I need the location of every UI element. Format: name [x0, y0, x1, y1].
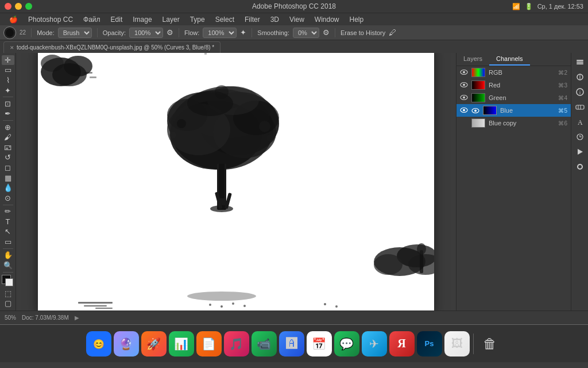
erase-history-icon[interactable]: 🖊 [389, 28, 396, 37]
brush-tool[interactable]: 🖌 [2, 133, 14, 143]
traffic-lights [5, 3, 32, 10]
crop-tool[interactable]: ⊡ [2, 99, 14, 109]
visibility-eye-red[interactable] [460, 82, 468, 89]
color-icon-btn[interactable] [573, 100, 587, 114]
dock-separator [473, 334, 474, 354]
quick-mask-button[interactable]: ⬚ [2, 289, 14, 298]
layers-icon-btn[interactable] [573, 55, 587, 69]
background-color[interactable] [5, 278, 13, 286]
smoothing-settings-icon[interactable]: ⚙ [323, 28, 330, 37]
channel-rgb[interactable]: RGB ⌘2 [457, 66, 571, 79]
channel-eye-indicator[interactable] [471, 108, 479, 114]
dock-finder[interactable]: 😊 [86, 331, 111, 356]
tab-close-icon[interactable]: ✕ [10, 45, 14, 51]
smoothing-select[interactable]: 0% [293, 28, 319, 38]
opacity-icon[interactable]: ⚙ [167, 28, 173, 37]
menu-type[interactable]: Type [185, 14, 210, 25]
flow-select[interactable]: 100% [203, 28, 237, 38]
channels-tab[interactable]: Channels [489, 53, 529, 66]
gradient-tool[interactable]: ▦ [2, 173, 14, 183]
options-toolbar: 22 Mode: Brush Opacity: 100% ⚙ Flow: 100… [0, 25, 588, 40]
info-icon-btn[interactable]: i [573, 85, 587, 99]
channel-thumb-red [471, 80, 485, 90]
menu-view[interactable]: View [285, 14, 309, 25]
magic-wand-tool[interactable]: ✦ [2, 86, 14, 95]
shape-tool[interactable]: ▭ [2, 237, 14, 247]
dock-photos[interactable]: 🖼 [444, 331, 470, 356]
menu-filter[interactable]: Filter [240, 14, 265, 25]
history-brush-tool[interactable]: ↺ [2, 153, 14, 163]
menu-edit[interactable]: Edit [106, 14, 127, 25]
menu-select[interactable]: Select [211, 14, 239, 25]
svg-point-25 [52, 63, 87, 86]
path-select-tool[interactable]: ↖ [2, 227, 14, 237]
dock: 😊 🔮 🚀 📊 📄 🎵 📹 🅰 📅 💬 ✈ Я Ps 🖼 🗑 [0, 324, 588, 362]
lasso-tool[interactable]: ⌇ [2, 75, 14, 85]
menu-file[interactable]: Файл [79, 14, 105, 25]
dock-appstore[interactable]: 🅰 [279, 331, 304, 356]
actions-icon-btn[interactable] [573, 145, 587, 159]
dock-photoshop[interactable]: Ps [417, 331, 442, 356]
channel-shortcut-green: ⌘4 [558, 95, 567, 101]
close-button[interactable] [5, 3, 11, 10]
eyedropper-tool[interactable]: ✒ [2, 109, 14, 119]
move-tool[interactable]: ✛ [2, 55, 14, 65]
channel-thumb-blue-copy [471, 118, 485, 128]
layers-tab[interactable]: Layers [457, 53, 489, 66]
zoom-tool[interactable]: 🔍 [2, 260, 14, 270]
dock-calendar[interactable]: 📅 [307, 331, 332, 356]
toolbar-separator [252, 28, 252, 37]
visibility-eye-green[interactable] [460, 94, 468, 102]
channel-green[interactable]: Green ⌘4 [457, 91, 571, 104]
brush-settings-icon-btn[interactable] [573, 160, 587, 174]
tool-separator [3, 272, 13, 273]
history-icon-btn[interactable] [573, 130, 587, 144]
dock-messages[interactable]: 💬 [334, 331, 359, 356]
mode-select[interactable]: Brush [58, 28, 92, 38]
right-panel-container: Layers Channels RGB ⌘2 Red ⌘3 [456, 53, 588, 310]
dock-telegram[interactable]: ✈ [362, 331, 387, 356]
dock-trash[interactable]: 🗑 [477, 331, 502, 356]
dock-launchpad[interactable]: 🚀 [141, 331, 167, 356]
dock-numbers[interactable]: 📊 [169, 331, 194, 356]
minimize-button[interactable] [15, 3, 22, 10]
visibility-eye-blue[interactable] [460, 107, 468, 114]
menu-apple[interactable]: 🍎 [5, 14, 22, 25]
statusbar-arrow[interactable]: ▶ [75, 315, 79, 321]
svg-point-52 [463, 109, 465, 111]
dock-siri[interactable]: 🔮 [114, 331, 139, 356]
dodge-tool[interactable]: ⊙ [2, 193, 14, 203]
screen-mode-button[interactable]: ▢ [2, 298, 14, 308]
pen-tool[interactable]: ✏ [2, 206, 14, 216]
dock-yandex[interactable]: Я [389, 331, 415, 356]
flow-icon[interactable]: ✦ [240, 28, 246, 37]
channels-icon-btn[interactable] [573, 70, 587, 84]
menu-image[interactable]: Image [128, 14, 156, 25]
brush-preview[interactable] [3, 26, 16, 39]
eraser-tool[interactable]: ◻ [2, 163, 14, 172]
dock-pages[interactable]: 📄 [196, 331, 222, 356]
channel-red[interactable]: Red ⌘3 [457, 79, 571, 91]
opacity-select[interactable]: 100% [129, 28, 163, 38]
fullscreen-button[interactable] [25, 3, 32, 10]
channel-blue-copy[interactable]: Blue copy ⌘6 [457, 117, 571, 129]
text-icon-btn[interactable]: A [573, 115, 587, 129]
menu-window[interactable]: Window [310, 14, 344, 25]
channel-blue[interactable]: Blue ⌘5 [457, 104, 571, 117]
menu-help[interactable]: Help [345, 14, 369, 25]
menu-layer[interactable]: Layer [158, 14, 184, 25]
menu-photoshop[interactable]: Photoshop CC [24, 14, 78, 25]
visibility-eye-rgb[interactable] [460, 69, 468, 76]
dock-facetime[interactable]: 📹 [252, 331, 277, 356]
stamp-tool[interactable]: 🖃 [2, 143, 14, 152]
select-rect-tool[interactable]: ▭ [2, 66, 14, 75]
svg-text:A: A [578, 118, 583, 126]
color-picker[interactable] [2, 275, 14, 285]
type-tool[interactable]: T [2, 217, 14, 227]
blur-tool[interactable]: 💧 [2, 183, 14, 193]
menu-3d[interactable]: 3D [266, 14, 284, 25]
hand-tool[interactable]: ✋ [2, 250, 14, 260]
document-tab[interactable]: ✕ todd-quackenbush-XBxQZLNBM0Q-unsplash.… [3, 41, 220, 53]
dock-music[interactable]: 🎵 [224, 331, 249, 356]
healing-tool[interactable]: ⊕ [2, 122, 14, 132]
